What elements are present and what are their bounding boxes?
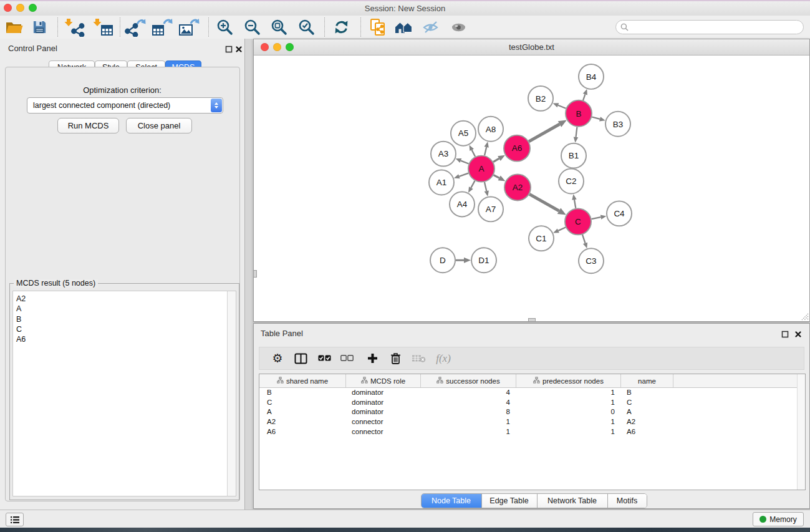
network-canvas[interactable]: AA1A3A5A8A6A2A4A7BB2B4B3B1CC2C4C1C3DD1 (254, 56, 809, 321)
graph-edge-A-A1[interactable] (454, 173, 468, 179)
graph-node-B4[interactable]: B4 (579, 64, 604, 89)
add-column-button[interactable] (362, 347, 383, 369)
run-mcds-button[interactable]: Run MCDS (57, 118, 119, 133)
graph-node-B1[interactable]: B1 (561, 143, 586, 168)
zoom-selected-button[interactable] (294, 17, 318, 37)
zoom-fit-button[interactable] (267, 17, 291, 37)
mcds-result-item[interactable]: C (13, 324, 236, 334)
show-all-button[interactable] (446, 17, 470, 37)
graph-node-B2[interactable]: B2 (528, 86, 553, 111)
table-cell[interactable]: 1 (516, 428, 621, 435)
table-cell[interactable]: C (621, 399, 673, 406)
zoom-out-button[interactable] (240, 17, 264, 37)
table-cell[interactable]: 1 (421, 418, 516, 425)
task-history-button[interactable] (6, 513, 24, 526)
mcds-result-item[interactable]: A2 (13, 291, 236, 304)
function-builder-button-disabled[interactable]: f(x) (431, 347, 456, 369)
export-image-button[interactable] (177, 17, 201, 37)
graph-edge-D-D1[interactable] (456, 258, 471, 263)
column-header-shared-name[interactable]: shared name (259, 374, 346, 387)
zoom-in-button[interactable] (213, 17, 236, 37)
graph-node-A7[interactable]: A7 (478, 196, 503, 221)
tab-network-table[interactable]: Network Table (538, 494, 608, 508)
table-cell[interactable]: 1 (516, 399, 621, 406)
table-cell[interactable]: dominator (346, 408, 421, 415)
table-row[interactable]: A6connector11A6 (259, 427, 805, 437)
table-row[interactable]: Cdominator41C (259, 397, 805, 407)
table-cell[interactable]: 4 (421, 399, 516, 406)
graph-edge-A-A8[interactable] (485, 142, 489, 155)
search-input[interactable] (629, 22, 803, 32)
open-session-button[interactable] (2, 17, 26, 37)
table-cell[interactable]: A (621, 408, 673, 415)
delete-table-button-disabled[interactable] (408, 347, 429, 369)
tab-node-table[interactable]: Node Table (422, 494, 482, 508)
column-header-MCDS-role[interactable]: MCDS role (346, 374, 421, 387)
mcds-result-item[interactable]: A6 (13, 334, 236, 344)
graph-edge-A-A3[interactable] (456, 158, 469, 163)
graph-node-A4[interactable]: A4 (450, 191, 475, 216)
table-cell[interactable]: 4 (421, 389, 516, 396)
table-cell[interactable]: B (621, 389, 673, 396)
home-button[interactable] (392, 17, 415, 37)
frame-resize-notch[interactable] (253, 270, 257, 278)
import-network-button[interactable] (62, 17, 86, 37)
table-cell[interactable]: A2 (259, 418, 346, 425)
table-cell[interactable]: B (259, 389, 346, 396)
graph-node-C2[interactable]: C2 (559, 169, 584, 194)
list-scrollbar[interactable] (227, 291, 236, 496)
close-panel-action-button[interactable]: Close panel (126, 118, 192, 133)
graph-node-D1[interactable]: D1 (471, 248, 496, 273)
column-header-successor-nodes[interactable]: successor nodes (421, 374, 516, 387)
graph-edge-A-A5[interactable] (470, 145, 476, 157)
new-network-from-selection-button[interactable] (366, 17, 390, 37)
import-table-button[interactable] (91, 17, 115, 37)
table-cell[interactable]: 0 (516, 408, 621, 415)
table-cell[interactable]: 1 (516, 418, 621, 425)
table-row[interactable]: Bdominator41B (259, 387, 805, 397)
table-cell[interactable]: A6 (259, 428, 346, 435)
table-cell[interactable]: C (259, 399, 346, 406)
graph-node-A5[interactable]: A5 (451, 121, 476, 146)
table-scrollbar[interactable] (797, 374, 805, 490)
refresh-button[interactable] (329, 17, 353, 37)
graph-node-A8[interactable]: A8 (478, 117, 503, 142)
graph-edge-A6-B[interactable] (529, 120, 567, 142)
export-network-button[interactable] (123, 17, 147, 37)
tab-edge-table[interactable]: Edge Table (482, 494, 538, 508)
mcds-result-item[interactable]: B (13, 314, 236, 324)
table-settings-button[interactable]: ⚙ (267, 347, 288, 369)
graph-edge-C-C4[interactable] (592, 215, 607, 220)
graph-edge-A-A6[interactable] (493, 155, 505, 162)
table-row[interactable]: A2connector11A2 (259, 417, 805, 427)
table-cell[interactable]: A2 (621, 418, 673, 425)
table-cell[interactable]: dominator (346, 389, 421, 396)
graph-node-C1[interactable]: C1 (529, 226, 554, 251)
graph-node-A6[interactable]: A6 (504, 135, 530, 162)
graph-node-C3[interactable]: C3 (579, 248, 604, 273)
graph-edge-A-A7[interactable] (485, 182, 489, 196)
graph-edge-A2-C[interactable] (529, 194, 566, 215)
graph-edge-C-C3[interactable] (582, 235, 587, 248)
column-visibility-button[interactable] (290, 347, 311, 369)
table-cell[interactable]: 1 (516, 389, 621, 396)
table-cell[interactable]: dominator (346, 399, 421, 406)
graph-node-A[interactable]: A (468, 156, 494, 182)
hide-selected-button[interactable] (418, 17, 442, 37)
float-panel-button[interactable] (225, 44, 233, 52)
table-cell[interactable]: 8 (421, 408, 516, 415)
mcds-result-list[interactable]: A2ABCA6 (12, 291, 236, 496)
graph-node-B3[interactable]: B3 (605, 112, 630, 137)
table-cell[interactable]: A6 (621, 428, 673, 435)
table-float-button[interactable] (781, 329, 789, 337)
graph-node-A2[interactable]: A2 (504, 175, 531, 201)
graph-node-A3[interactable]: A3 (431, 142, 456, 167)
tab-motifs[interactable]: Motifs (608, 494, 647, 508)
graph-edge-B-B1[interactable] (574, 127, 578, 143)
table-cell[interactable]: A (259, 408, 346, 415)
graph-node-B[interactable]: B (566, 100, 592, 127)
graph-edge-C-C1[interactable] (553, 228, 566, 233)
graph-edge-A-A2[interactable] (494, 175, 506, 181)
select-all-button[interactable] (314, 347, 335, 369)
graph-edge-C-C2[interactable] (572, 194, 576, 208)
